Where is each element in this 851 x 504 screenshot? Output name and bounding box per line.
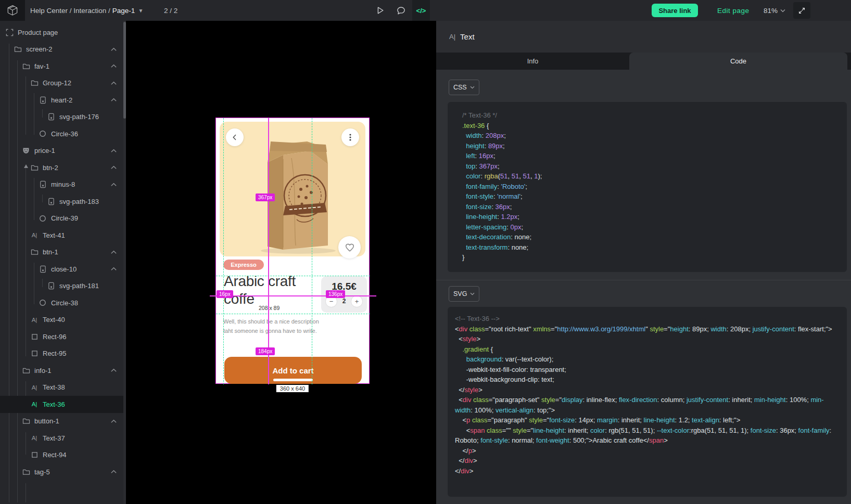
- folder-layer-icon: [30, 163, 39, 172]
- layer-label: svg-path-176: [59, 113, 99, 121]
- layer-row-minus-8[interactable]: minus-8: [0, 176, 123, 193]
- layer-row-info-1[interactable]: info-1: [0, 362, 123, 379]
- layer-row-button-1[interactable]: button-1: [0, 413, 123, 430]
- layer-row-price-1[interactable]: price-1: [0, 143, 123, 160]
- selection-line-vertical: [268, 118, 269, 384]
- file-layer-icon: [47, 282, 55, 290]
- share-link-button[interactable]: Share link: [652, 4, 698, 17]
- back-button[interactable]: [226, 128, 244, 146]
- chevron-up-icon[interactable]: [110, 248, 117, 256]
- layer-label: svg-path-181: [59, 282, 99, 290]
- layer-label: btn-1: [43, 248, 58, 256]
- chevron-up-icon[interactable]: [110, 265, 117, 273]
- mobile-frame[interactable]: Expresso Arabic craft coffe 16.5€ − 2 + …: [215, 118, 370, 384]
- mask-layer-icon: [22, 147, 30, 155]
- layer-row-close-10[interactable]: close-10: [0, 261, 123, 278]
- layer-row-text-37[interactable]: A|Text-37: [0, 430, 123, 447]
- chevron-up-icon[interactable]: [110, 164, 117, 172]
- layer-label: heart-2: [51, 96, 72, 104]
- tab-info[interactable]: Info: [436, 53, 629, 70]
- edit-page-link[interactable]: Edit page: [717, 0, 750, 21]
- layer-row-btn-2[interactable]: btn-2: [0, 159, 123, 176]
- css-language-select[interactable]: CSS: [449, 80, 479, 95]
- chevron-up-icon[interactable]: [110, 79, 117, 87]
- layer-row-text-36[interactable]: A|Text-36: [0, 396, 123, 413]
- circle-layer-icon: [39, 214, 47, 223]
- layer-row-screen-2[interactable]: screen-2: [0, 41, 123, 58]
- cube-logo-icon: [5, 2, 20, 19]
- chevron-up-icon[interactable]: [110, 367, 117, 374]
- file-layer-icon: [47, 197, 55, 205]
- chevron-up-icon[interactable]: [110, 468, 117, 476]
- guide-line-horizontal: [216, 276, 370, 276]
- chevron-down-icon: [780, 9, 785, 12]
- layer-row-text-40[interactable]: A|Text-40: [0, 312, 123, 329]
- fullscreen-button[interactable]: [793, 2, 810, 19]
- layer-row-svg-path-183[interactable]: svg-path-183: [0, 193, 123, 210]
- layer-row-svg-path-181[interactable]: svg-path-181: [0, 278, 123, 295]
- layer-row-rect-94[interactable]: Rect-94: [0, 447, 123, 464]
- code-line: </div>: [455, 456, 834, 466]
- chevron-up-icon[interactable]: [110, 180, 117, 188]
- guide-line-vertical: [312, 118, 312, 384]
- layer-row-heart-2[interactable]: heart-2: [0, 92, 123, 109]
- code-line: }: [462, 252, 836, 263]
- layer-row-circle-38[interactable]: Circle-38: [0, 294, 123, 312]
- more-options-button[interactable]: [341, 128, 359, 146]
- layer-row-circle-39[interactable]: Circle-39: [0, 210, 123, 227]
- chevron-up-icon[interactable]: [110, 147, 117, 154]
- file-layer-icon: [39, 180, 47, 189]
- code-line: line-height: 1.2px;: [462, 212, 836, 222]
- code-line: </p>: [455, 446, 834, 456]
- layer-label: Text-38: [43, 383, 65, 391]
- sidebar-scrollbar-thumb[interactable]: [123, 22, 126, 119]
- folder-layer-icon: [30, 248, 39, 256]
- guide-line-vertical: [223, 118, 224, 384]
- favorite-button[interactable]: [338, 236, 361, 259]
- layer-row-circle-36[interactable]: Circle-36: [0, 125, 123, 143]
- layer-row-svg-path-176[interactable]: svg-path-176: [0, 109, 123, 126]
- chevron-up-icon[interactable]: [110, 62, 117, 70]
- layer-row-rect-96[interactable]: Rect-96: [0, 328, 123, 345]
- chevron-up-icon[interactable]: [110, 45, 117, 53]
- code-line: letter-spacing: 0px;: [462, 222, 836, 232]
- measurement-chip-right: 136px: [326, 290, 345, 298]
- code-view-button[interactable]: </>: [412, 0, 430, 21]
- frame-layer-icon: [5, 28, 14, 36]
- layer-tree: Product pagescreen-2fav-1Group-12heart-2…: [0, 24, 123, 481]
- breadcrumb[interactable]: Help Center / Interaction / Page-1 ▼: [30, 0, 143, 21]
- layer-row-text-38[interactable]: A|Text-38: [0, 379, 123, 396]
- code-line: font-family: 'Roboto';: [462, 182, 836, 192]
- layer-row-fav-1[interactable]: fav-1: [0, 58, 123, 75]
- text-layer-icon: A|: [30, 316, 39, 324]
- sidebar-scrollbar[interactable]: [123, 21, 126, 504]
- layer-row-rect-95[interactable]: Rect-95: [0, 345, 123, 363]
- tab-code[interactable]: Code: [629, 53, 847, 70]
- quantity-increase-button[interactable]: +: [351, 296, 362, 307]
- comments-button[interactable]: [393, 0, 408, 21]
- layer-label: Rect-94: [43, 451, 67, 459]
- rect-layer-icon: [30, 451, 39, 459]
- layer-row-group-12[interactable]: Group-12: [0, 75, 123, 92]
- svg-language-select[interactable]: SVG: [449, 286, 479, 302]
- layer-row-product page[interactable]: Product page: [0, 24, 123, 41]
- chevron-up-icon[interactable]: [110, 96, 117, 104]
- app-logo[interactable]: [0, 0, 25, 21]
- layer-row-tag-5[interactable]: tag-5: [0, 463, 123, 481]
- layer-row-btn-1[interactable]: btn-1: [0, 244, 123, 261]
- heart-icon: [344, 242, 355, 253]
- inspector-panel: A| Text Info Code CSS /* Text-36 */.text…: [436, 21, 851, 504]
- layer-label: close-10: [51, 265, 77, 273]
- play-button[interactable]: [373, 0, 387, 21]
- design-canvas[interactable]: Expresso Arabic craft coffe 16.5€ − 2 + …: [126, 21, 436, 504]
- css-code-block[interactable]: /* Text-36 */.text-36 { width: 208px; he…: [448, 102, 847, 272]
- chevron-up-icon[interactable]: [110, 417, 117, 425]
- layer-label: btn-2: [43, 164, 58, 172]
- layer-label: Product page: [18, 29, 58, 36]
- zoom-control[interactable]: 81%: [764, 0, 785, 21]
- css-select-value: CSS: [453, 84, 467, 91]
- svg-code-block[interactable]: <!-- Text-36 --><div class="root rich-te…: [448, 307, 847, 497]
- layer-row-text-41[interactable]: A|Text-41: [0, 227, 123, 244]
- code-line: <p class="paragraph" style="font-size: 1…: [455, 415, 834, 425]
- text-element-size-label: 208 x 89: [259, 305, 280, 311]
